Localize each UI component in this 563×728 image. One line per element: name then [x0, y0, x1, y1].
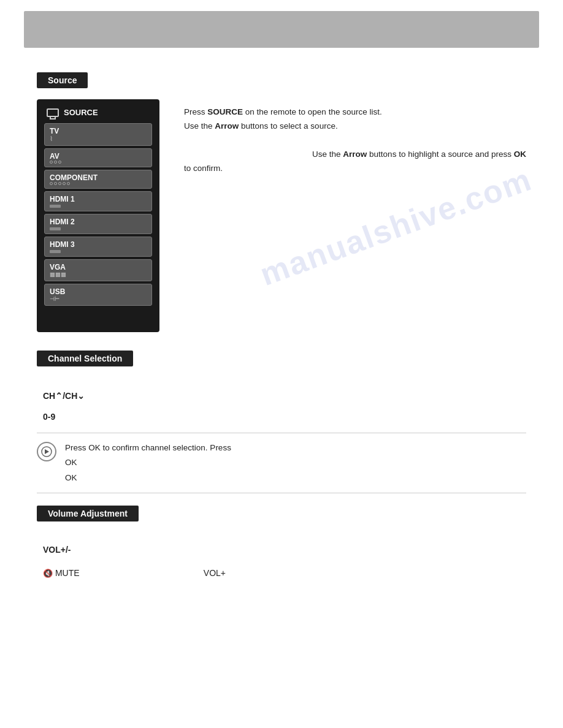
- divider-top: [37, 433, 526, 433]
- arrow-keyword1: Arrow: [215, 121, 239, 131]
- mute-icon: 🔇: [43, 569, 53, 578]
- av-icon: [50, 161, 147, 164]
- menu-item-hdmi3[interactable]: HDMI 3: [44, 237, 152, 257]
- source-description: Press SOURCE on the remote to open the s…: [184, 99, 526, 176]
- menu-item-av[interactable]: AV: [44, 148, 152, 167]
- tv-icon: [47, 108, 59, 117]
- hdmi1-icon: [50, 205, 61, 208]
- volume-section: Volume Adjustment VOL+/- 🔇 MUTE VOL+: [37, 506, 526, 582]
- menu-item-tv-label: TV: [50, 127, 59, 135]
- source-layout: SOURCE TV ⌇ AV CO: [37, 99, 526, 332]
- component-icon: [50, 182, 147, 185]
- menu-item-hdmi2[interactable]: HDMI 2: [44, 214, 152, 234]
- num-label: 0-9: [43, 408, 526, 425]
- ok-keyword3: OK: [65, 458, 77, 467]
- menu-item-component[interactable]: COMPONENT: [44, 170, 152, 189]
- volume-badge: Volume Adjustment: [37, 506, 139, 521]
- arrow-keyword2: Arrow: [343, 150, 367, 159]
- tip-text: Press OK to confirm channel selection. P…: [65, 441, 526, 485]
- menu-item-usb[interactable]: USB ⊣⊢: [44, 284, 152, 306]
- usb-icon: ⊣⊢: [50, 296, 147, 302]
- channel-section: Channel Selection CH⌃/CH⌄ 0-9 Press OK t…: [37, 351, 526, 493]
- divider-bottom: [37, 493, 526, 493]
- source-section: Source SOURCE TV ⌇ AV: [37, 72, 526, 332]
- channel-content: CH⌃/CH⌄ 0-9: [43, 387, 526, 425]
- ok-keyword1: OK: [514, 150, 526, 159]
- source-keyword: SOURCE: [207, 107, 243, 116]
- ok-keyword2: OK: [88, 443, 101, 452]
- volume-content: VOL+/- 🔇 MUTE VOL+: [43, 541, 526, 582]
- tv-menu-header: SOURCE: [44, 108, 152, 117]
- menu-item-vga[interactable]: VGA ▦▦▦: [44, 259, 152, 281]
- channel-badge: Channel Selection: [37, 351, 133, 366]
- mute-description: 🔇 MUTE VOL+: [43, 564, 526, 582]
- header-bar: [24, 11, 539, 48]
- menu-item-tv[interactable]: TV ⌇: [44, 123, 152, 146]
- ok-keyword4: OK: [65, 473, 77, 482]
- ch-buttons-label: CH⌃/CH⌄: [43, 387, 526, 404]
- source-badge: Source: [37, 72, 88, 88]
- tv-menu-box: SOURCE TV ⌇ AV CO: [37, 99, 159, 332]
- hdmi3-icon: [50, 250, 61, 253]
- hdmi2-icon: [50, 227, 61, 230]
- mute-label: MUTE: [55, 568, 80, 578]
- menu-item-hdmi1[interactable]: HDMI 1: [44, 191, 152, 211]
- tip-row: Press OK to confirm channel selection. P…: [37, 441, 526, 485]
- svg-marker-1: [45, 449, 49, 454]
- tip-arrow-icon: [37, 442, 56, 461]
- menu-header-label: SOURCE: [64, 108, 98, 117]
- vol-label: VOL+/-: [43, 541, 526, 558]
- vol-plus-label: VOL+: [204, 568, 226, 578]
- vga-icon: ▦▦▦: [50, 271, 147, 278]
